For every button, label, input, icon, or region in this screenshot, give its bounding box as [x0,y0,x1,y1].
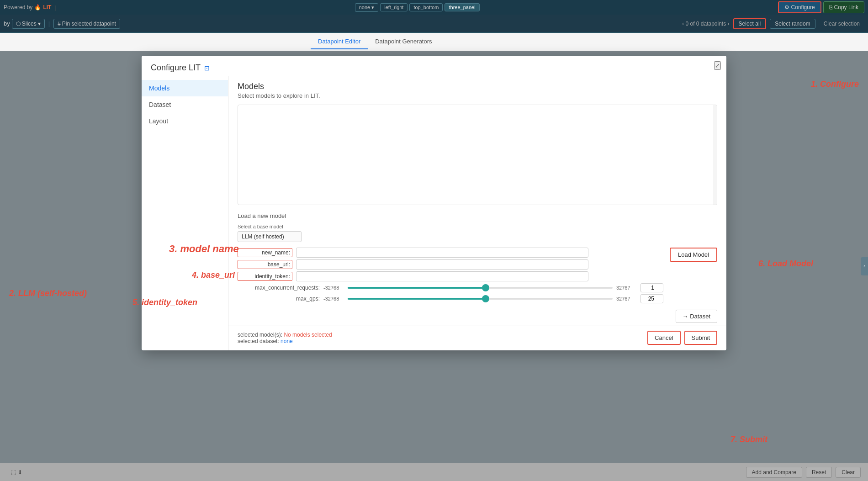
external-link-icon[interactable]: ⊡ [204,64,210,72]
content-title: Models [238,82,717,91]
new-name-row: new_name: [238,248,663,258]
base-model-label: Select a base model [238,224,302,229]
max-concurrent-track[interactable] [348,287,613,289]
cancel-button[interactable]: Cancel [647,331,680,345]
base-url-label: base_url: [238,260,292,269]
max-concurrent-min: -32768 [323,285,344,291]
none-dataset-text: none [281,338,293,344]
tab-datapoint-editor[interactable]: Datapoint Editor [311,34,368,49]
brand: Powered by 🔥 LIT [4,4,51,11]
identity-token-input[interactable] [296,271,588,281]
layout-buttons: none ▾ left_right top_bottom three_panel [355,3,480,12]
modal-sidebar: Models Dataset Layout [142,76,228,350]
layout-left-right-btn[interactable]: left_right [380,3,408,11]
layout-three-panel-label: three_panel [449,5,475,10]
load-model-section: Load a new model Select a base model LLM… [228,209,726,307]
layout-top-bottom-label: top_bottom [413,5,439,10]
max-concurrent-max: 32767 [616,285,637,291]
select-random-label: Select random [775,21,810,27]
modal-overlay: Configure LIT ⊡ ⤢ Models Dataset Layout [0,51,868,481]
footer-status: selected model(s): No models selected se… [238,332,332,344]
by-label: by [4,20,10,27]
max-qps-thumb[interactable] [482,295,489,302]
fire-icon: 🔥 [34,4,41,11]
load-model-form: Select a base model LLM (self hosted) ne… [238,224,717,303]
chevron-down-icon: ▾ [371,5,374,11]
by-group: by ⬡ Slices ▾ [4,19,45,29]
max-concurrent-thumb[interactable] [482,284,489,291]
new-name-input[interactable] [296,248,588,258]
max-qps-row: max_qps: -32768 32767 [238,294,663,303]
divider: | [55,4,56,11]
lit-label: LIT [43,4,51,11]
scrollbar[interactable] [713,105,717,205]
selected-models-status: selected model(s): No models selected [238,332,332,338]
brand-text: Powered by [4,4,32,11]
tab-bar: Datapoint Editor Datapoint Generators [0,33,868,51]
clear-selection-button[interactable]: Clear selection [819,19,864,28]
clear-selection-label: Clear selection [824,21,860,27]
layout-top-bottom-btn[interactable]: top_bottom [409,3,443,11]
modal-title: Configure LIT [151,63,201,73]
layout-none-btn[interactable]: none ▾ [355,3,378,12]
select-random-button[interactable]: Select random [770,19,815,29]
link-icon: ⎘ [829,4,832,11]
submit-button[interactable]: Submit [684,331,717,345]
identity-token-row: identity_token: [238,271,663,281]
modal-body: Models Dataset Layout Models Select mode… [142,76,726,350]
slices-label: Slices [22,21,37,27]
max-concurrent-fill [348,287,486,289]
max-concurrent-label: max_concurrent_requests: [238,285,320,291]
max-concurrent-row: max_concurrent_requests: -32768 32767 [238,283,663,292]
base-url-row: base_url: [238,259,663,270]
identity-token-label: identity_token: [238,272,292,281]
toolbar-right: ‹ 0 of 0 datapoints › Select all Select … [682,18,864,29]
select-all-label: Select all [739,21,761,27]
tab-datapoint-generators[interactable]: Datapoint Generators [368,34,439,49]
select-all-button[interactable]: Select all [733,18,767,29]
datapoints-count: ‹ 0 of 0 datapoints › [682,21,729,27]
models-list [238,105,717,205]
pin-icon: # [58,21,61,27]
expand-button[interactable]: ⤢ [714,61,721,70]
pin-datapoint-button[interactable]: # Pin selected datapoint [53,19,120,29]
max-qps-number[interactable] [640,294,663,303]
dataset-nav-button[interactable]: → Dataset [676,310,717,323]
layout-left-right-label: left_right [384,5,403,10]
max-qps-min: -32768 [323,296,344,301]
content-subtitle: Select models to explore in LIT. [238,92,717,99]
sidebar-item-models[interactable]: Models [142,80,228,96]
configure-label: Configure [791,4,815,11]
max-qps-fill [348,298,486,300]
sidebar-item-dataset[interactable]: Dataset [142,96,228,113]
copy-link-label: Copy Link [834,4,858,11]
max-qps-label: max_qps: [238,296,320,302]
selected-dataset-status: selected dataset: none [238,338,332,344]
configure-modal: Configure LIT ⊡ ⤢ Models Dataset Layout [142,56,726,350]
no-models-text: No models selected [284,332,332,338]
max-qps-track[interactable] [348,298,613,300]
top-bar: Powered by 🔥 LIT | none ▾ left_right top… [0,0,868,15]
base-model-select[interactable]: LLM (self hosted) [238,231,302,242]
slices-button[interactable]: ⬡ Slices ▾ [12,19,45,29]
base-model-select-group: Select a base model LLM (self hosted) [238,224,302,242]
new-name-label: new_name: [238,248,292,257]
base-url-input[interactable] [296,259,588,270]
side-handle[interactable]: ‹ [861,257,868,275]
chevron-down-icon: ▾ [38,21,41,27]
content-header: Models Select models to explore in LIT. [228,76,726,101]
configure-button[interactable]: ⚙ Configure [778,1,821,13]
modal-header: Configure LIT ⊡ ⤢ [142,56,726,76]
load-model-label: Load a new model [238,212,717,219]
layout-three-panel-btn[interactable]: three_panel [445,3,479,11]
gear-icon: ⚙ [784,4,789,11]
copy-link-button[interactable]: ⎘ Copy Link [823,1,864,13]
max-concurrent-number[interactable] [640,283,663,292]
pin-label: Pin selected datapoint [62,21,116,27]
modal-content: Models Select models to explore in LIT. … [228,76,726,350]
load-model-button[interactable]: Load Model [670,248,717,262]
sidebar-item-layout[interactable]: Layout [142,113,228,129]
main-area: Configure LIT ⊡ ⤢ Models Dataset Layout [0,51,868,481]
form-fields-group: new_name: base_url: identity_token: [238,248,663,303]
slice-icon: ⬡ [16,21,21,27]
